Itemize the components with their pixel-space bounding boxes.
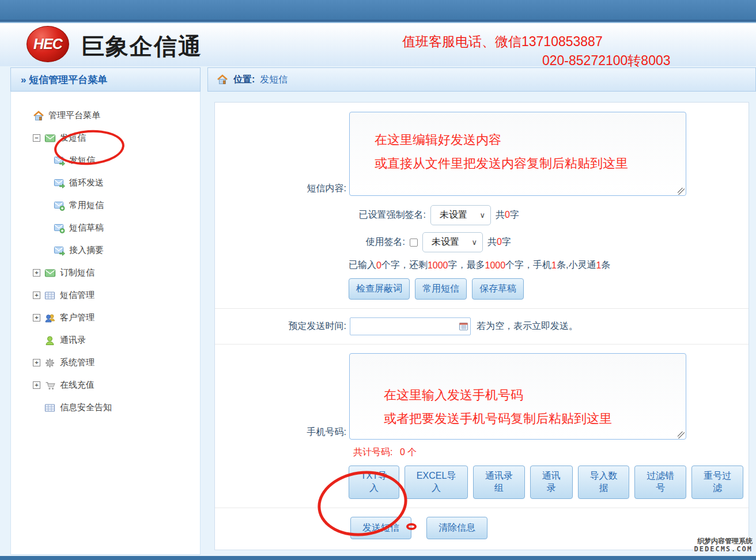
divider bbox=[215, 308, 749, 309]
import-data-button[interactable]: 导入数据 bbox=[578, 466, 630, 499]
envelope-green-icon bbox=[44, 268, 56, 278]
divider bbox=[215, 344, 749, 345]
sidebar-root-label: 管理平台菜单 bbox=[48, 110, 100, 121]
user-icon bbox=[44, 335, 56, 346]
expander-plus-icon[interactable]: + bbox=[33, 381, 40, 389]
sidebar-item-send-sms-group[interactable]: −发短信 bbox=[33, 127, 200, 149]
envelope-arrow-icon bbox=[54, 245, 65, 256]
forced-signature-label: 已设置强制签名: bbox=[215, 209, 426, 221]
home-icon bbox=[217, 74, 228, 85]
sidebar-item-label: 系统管理 bbox=[60, 357, 94, 368]
sidebar-item-send-sms[interactable]: 发短信 bbox=[54, 149, 200, 172]
common-sms-button[interactable]: 常用短信 bbox=[415, 278, 467, 300]
sidebar-item-label: 通讯录 bbox=[60, 335, 86, 346]
import-buttons-row: TXT导入EXCEL导入通讯录组通讯录导入数据过滤错号重号过滤 bbox=[349, 466, 749, 499]
service-contact-line2: 020-85272100转8003 bbox=[542, 52, 671, 70]
expander-plus-icon[interactable]: + bbox=[33, 359, 40, 366]
content-area: » 短信管理平台菜单 管理平台菜单 −发短信发短信循环发送常用短信短信草稿接入摘… bbox=[0, 66, 756, 555]
hec-logo: HEC bbox=[27, 26, 69, 62]
counter-text: 个字，还剩 bbox=[381, 259, 428, 271]
contact-group-button[interactable]: 通讯录组 bbox=[473, 466, 525, 499]
counter-text: 个字，手机 bbox=[505, 259, 551, 271]
sidebar-item-label: 短信管理 bbox=[60, 290, 94, 301]
sidebar: » 短信管理平台菜单 管理平台菜单 −发短信发短信循环发送常用短信短信草稿接入摘… bbox=[10, 67, 201, 555]
sidebar-item-custom-sms[interactable]: +订制短信 bbox=[33, 262, 200, 284]
expander-minus-icon[interactable]: − bbox=[33, 134, 40, 142]
cart-icon bbox=[44, 380, 56, 391]
sidebar-item-sms-draft[interactable]: 短信草稿 bbox=[54, 217, 200, 239]
phone-numbers-textarea[interactable] bbox=[349, 353, 686, 440]
sidebar-item-info-security[interactable]: 信息安全告知 bbox=[33, 396, 200, 419]
logo-text: HEC bbox=[33, 36, 62, 52]
duplicate-filter-button[interactable]: 重号过滤 bbox=[691, 466, 743, 499]
gear-icon bbox=[44, 358, 56, 368]
schedule-time-input[interactable] bbox=[350, 317, 471, 335]
sidebar-item-common-sms[interactable]: 常用短信 bbox=[54, 194, 200, 217]
sidebar-menu-tree: 管理平台菜单 −发短信发短信循环发送常用短信短信草稿接入摘要+订制短信+短信管理… bbox=[10, 92, 201, 555]
envelope-plus-icon bbox=[54, 200, 65, 211]
envelope-plus-icon bbox=[54, 223, 65, 233]
sidebar-item-system-manage[interactable]: +系统管理 bbox=[33, 351, 200, 374]
total-numbers-line: 共计号码: 0 个 bbox=[353, 447, 749, 459]
use-signature-label: 使用签名: bbox=[215, 236, 405, 248]
app-header: HEC 巨象企信通 值班客服电话、微信13710853887 020-85272… bbox=[0, 23, 756, 66]
sidebar-item-label: 发短信 bbox=[60, 133, 86, 143]
sidebar-item-sms-manage[interactable]: +短信管理 bbox=[33, 284, 200, 307]
clear-info-button[interactable]: 清除信息 bbox=[426, 517, 487, 539]
send-sms-button[interactable]: 发送短信 bbox=[350, 517, 411, 539]
sidebar-item-contacts[interactable]: 通讯录 bbox=[33, 329, 200, 351]
excel-import-button[interactable]: EXCEL导入 bbox=[405, 466, 468, 499]
sidebar-item-label: 常用短信 bbox=[69, 200, 104, 211]
sidebar-item-label: 在线充值 bbox=[60, 380, 94, 391]
phone-numbers-label: 手机号码: bbox=[215, 426, 346, 442]
resize-grip-icon[interactable] bbox=[678, 188, 685, 195]
contacts-button[interactable]: 通讯录 bbox=[530, 466, 573, 499]
use-signature-count: 共0字 bbox=[487, 236, 511, 248]
use-signature-checkbox[interactable] bbox=[410, 239, 418, 247]
users-icon bbox=[44, 313, 56, 323]
sidebar-item-access-summary[interactable]: 接入摘要 bbox=[54, 239, 200, 262]
sidebar-item-label: 循环发送 bbox=[69, 177, 104, 188]
counter-text: 已输入 bbox=[349, 259, 376, 271]
sms-content-textarea[interactable] bbox=[349, 112, 686, 196]
expander-plus-icon[interactable]: + bbox=[33, 314, 40, 321]
forced-signature-count: 共0字 bbox=[496, 209, 519, 221]
expander-plus-icon[interactable]: + bbox=[33, 269, 40, 277]
send-sms-form-panel: 短信内容: 在这里编辑好发送内容 或直接从文件里把发送内容复制后粘贴到这里 已设… bbox=[214, 102, 749, 550]
counter-number: 1000 bbox=[485, 260, 506, 271]
expander-plus-icon[interactable]: + bbox=[33, 292, 40, 299]
service-contact-line1: 值班客服电话、微信13710853887 bbox=[402, 33, 603, 51]
sidebar-item-label: 发短信 bbox=[69, 155, 95, 166]
sidebar-item-customer-manage[interactable]: +客户管理 bbox=[33, 307, 200, 329]
counter-number: 1 bbox=[596, 260, 601, 271]
counter-number: 1000 bbox=[428, 260, 448, 271]
sidebar-item-label: 接入摘要 bbox=[69, 245, 104, 256]
sidebar-title: » 短信管理平台菜单 bbox=[10, 67, 201, 92]
check-blocked-words-button[interactable]: 检查屏蔽词 bbox=[349, 278, 410, 300]
counter-text: 条,小灵通 bbox=[557, 259, 596, 271]
use-signature-select[interactable]: 未设置 ∨ bbox=[422, 232, 483, 252]
counter-text: 字，最多 bbox=[448, 259, 485, 271]
sidebar-item-online-recharge[interactable]: +在线充值 bbox=[33, 374, 200, 396]
counter-text: 条 bbox=[601, 259, 610, 271]
phone-numbers-wrap: 在这里输入发送手机号码 或者把要发送手机号码复制后粘贴到这里 bbox=[349, 353, 686, 442]
calendar-icon[interactable] bbox=[459, 321, 468, 331]
txt-import-button[interactable]: TXT导入 bbox=[349, 466, 399, 499]
filter-wrong-number-button[interactable]: 过滤错号 bbox=[634, 466, 686, 499]
sidebar-root-menu[interactable]: 管理平台菜单 bbox=[33, 104, 200, 127]
resize-grip-icon[interactable] bbox=[678, 432, 685, 438]
divider bbox=[215, 508, 749, 508]
sidebar-item-loop-send[interactable]: 循环发送 bbox=[54, 172, 200, 194]
sidebar-item-label: 短信草稿 bbox=[69, 222, 104, 233]
tool-buttons-row: 检查屏蔽词常用短信保存草稿 bbox=[349, 278, 749, 300]
table-icon bbox=[44, 403, 56, 413]
envelope-arrow-icon bbox=[54, 156, 65, 166]
chevron-down-icon: ∨ bbox=[479, 211, 485, 220]
breadcrumb: 位置: 发短信 bbox=[207, 67, 756, 92]
main-area: 位置: 发短信 短信内容: 在这里编辑好发送内容 或直接从文件里把发送内容复制后… bbox=[207, 67, 756, 550]
brand-title: 巨象企信通 bbox=[81, 31, 202, 62]
counter-number: 1 bbox=[551, 260, 557, 271]
forced-signature-select[interactable]: 未设置 ∨ bbox=[430, 205, 491, 225]
schedule-time-label: 预定发送时间: bbox=[215, 320, 346, 332]
save-draft-button[interactable]: 保存草稿 bbox=[472, 278, 524, 300]
